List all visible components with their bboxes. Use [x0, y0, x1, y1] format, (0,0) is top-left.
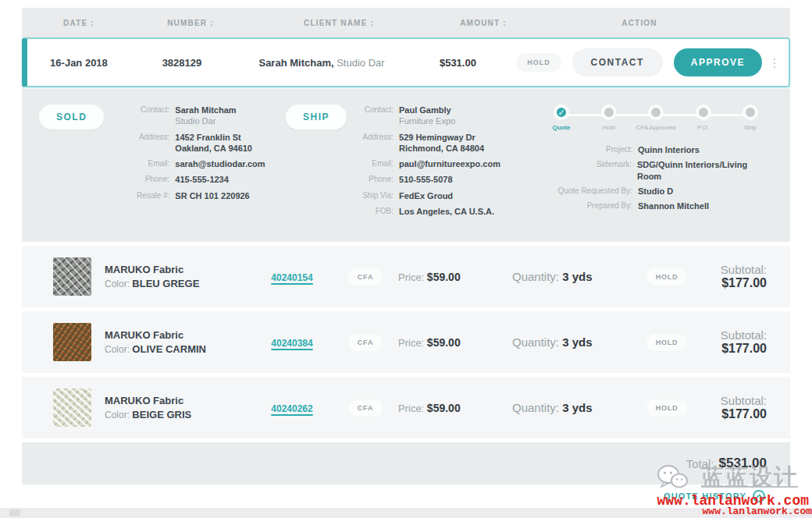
item-subtotal: Subtotal: $177.00: [700, 328, 790, 356]
sold-phone: 415-555-1234: [175, 174, 229, 185]
sold-contact-label: Contact:: [115, 105, 169, 127]
item-price: Price: $59.00: [398, 402, 512, 414]
item-color: Color: OLIVE CARMIN: [105, 343, 251, 355]
sold-email: sarah@studiodar.com: [175, 158, 265, 169]
item-title: MARUKO Fabric: [105, 329, 251, 341]
project-name: Quinn Interiors: [638, 144, 700, 155]
ship-via: FedEx Groud: [399, 190, 453, 201]
ship-address-line1: 529 Hemingway Dr: [399, 132, 484, 143]
requested-by-label: Quote Requested By:: [532, 186, 632, 197]
ship-contact-company: Furniture Expo: [399, 115, 455, 126]
ship-address-label: Address:: [358, 132, 394, 154]
line-item-row: MARUKO Fabric Color: BEIGE GRIS 40240262…: [22, 377, 790, 438]
cfa-badge: CFA: [348, 399, 383, 417]
ship-email-label: Email:: [358, 158, 394, 169]
step-dot-icon: [648, 105, 664, 120]
step-quote: ✓ Quote: [539, 105, 584, 132]
item-title: MARUKO Fabric: [105, 395, 251, 406]
item-price: Price: $59.00: [398, 271, 512, 283]
item-price: Price: $59.00: [398, 336, 512, 349]
step-check-icon: ✓: [554, 105, 569, 120]
sold-contact-company: Studio Dar: [175, 115, 236, 126]
ship-via-label: Ship Via:: [358, 190, 394, 201]
column-amount[interactable]: AMOUNT :: [433, 19, 534, 27]
step-dot-icon: [696, 105, 711, 120]
line-item-row: MARUKO Fabric Color: BLEU GREGE 40240154…: [22, 246, 790, 307]
client-company: Studio Dar: [337, 57, 384, 69]
quote-row[interactable]: 16-Jan 2018 3828129 Sarah Mitcham, Studi…: [22, 37, 790, 87]
sold-resale-number: SR CH 101 220926: [175, 190, 249, 201]
prepared-by-value: Shannon Mitchell: [638, 200, 709, 211]
sold-section: SOLD Contact: Sarah Mitcham Studio Dar A…: [39, 105, 286, 228]
sidemark-value: SDG/Quinn Interiors/Living Room: [637, 159, 773, 182]
sold-resale-label: Resale #:: [115, 190, 169, 201]
line-item-row: MARUKO Fabric Color: OLIVE CARMIN 402403…: [22, 311, 790, 373]
sold-address-line2: Oakland, CA 94610: [175, 143, 252, 154]
status-section: ✓ Quote Hold CFA Approved P.O.: [532, 105, 773, 228]
item-hold-button[interactable]: HOLD: [646, 334, 688, 351]
sold-email-label: Email:: [115, 158, 169, 169]
item-title: MARUKO Fabric: [105, 264, 251, 275]
sold-badge: SOLD: [39, 105, 104, 130]
quote-date: 16-Jan 2018: [27, 57, 130, 69]
approve-button[interactable]: APPROVE: [674, 48, 762, 76]
prepared-by-label: Prepared By:: [532, 200, 632, 211]
sold-contact-name: Sarah Mitcham: [175, 105, 236, 115]
step-hold: Hold: [586, 105, 632, 132]
ship-address-line2: Richmond, CA 84804: [399, 143, 484, 154]
footer: QUOTE HISTORY: [22, 484, 790, 508]
item-quantity: Quantity: 3 yds: [512, 401, 634, 414]
item-hold-button[interactable]: HOLD: [646, 268, 688, 286]
sidemark-label: Sidemark:: [532, 159, 632, 182]
client-name: Sarah Mitcham,: [258, 57, 333, 69]
column-client-name[interactable]: CLIENT NAME :: [245, 19, 433, 27]
ship-phone-label: Phone:: [358, 174, 394, 185]
quote-detail-panel: SOLD Contact: Sarah Mitcham Studio Dar A…: [22, 89, 790, 242]
item-color: Color: BLEU GREGE: [105, 278, 251, 289]
total-label: Total:: [686, 457, 714, 470]
bottom-edge-chip: [9, 509, 20, 516]
hold-button[interactable]: HOLD: [516, 53, 561, 72]
ship-section: SHIP Contact: Paul Gambly Furniture Expo…: [286, 105, 532, 228]
quote-history-button[interactable]: QUOTE HISTORY: [664, 490, 765, 502]
item-subtotal: Subtotal: $177.00: [700, 263, 790, 290]
cfa-badge: CFA: [348, 334, 383, 351]
quote-management-page: DATE : NUMBER : CLIENT NAME : AMOUNT : A…: [0, 0, 812, 518]
column-date[interactable]: DATE :: [22, 19, 136, 27]
chevron-up-circle-icon[interactable]: [753, 490, 765, 502]
step-po: P.O.: [681, 105, 726, 132]
ship-contact-name: Paul Gambly: [399, 105, 455, 115]
more-options-icon[interactable]: ⋮: [767, 61, 782, 65]
project-info: Project: Quinn Interiors Sidemark: SDG/Q…: [532, 144, 773, 215]
ship-phone: 510-555-5078: [399, 174, 453, 185]
sold-address-label: Address:: [115, 132, 169, 154]
ship-email: paul@furnitureexpo.com: [399, 158, 500, 169]
column-number[interactable]: NUMBER :: [136, 19, 245, 27]
fabric-swatch-image[interactable]: [53, 323, 91, 361]
item-hold-button[interactable]: HOLD: [646, 399, 688, 417]
item-quantity: Quantity: 3 yds: [512, 335, 634, 349]
column-action: ACTION: [534, 19, 745, 27]
table-column-header: DATE : NUMBER : CLIENT NAME : AMOUNT : A…: [22, 8, 790, 37]
item-quantity: Quantity: 3 yds: [512, 270, 634, 283]
item-subtotal: Subtotal: $177.00: [700, 394, 790, 421]
cfa-badge: CFA: [348, 268, 383, 286]
project-label: Project:: [532, 144, 632, 155]
item-number-link[interactable]: 40240384: [271, 338, 312, 349]
total-row: Total: $531.00: [22, 442, 790, 484]
item-number-link[interactable]: 40240154: [271, 272, 312, 283]
sold-phone-label: Phone:: [115, 174, 169, 185]
fabric-swatch-image[interactable]: [53, 388, 91, 427]
ship-contact-label: Contact:: [358, 105, 394, 127]
step-dot-icon: [601, 105, 617, 120]
step-dot-icon: [743, 105, 758, 120]
ship-fob-label: FOB:: [358, 206, 394, 217]
requested-by-value: Studio D: [638, 186, 673, 197]
step-ship: Ship: [728, 105, 773, 132]
quote-number: 3828129: [130, 57, 233, 69]
fabric-swatch-image[interactable]: [53, 257, 91, 296]
item-number-link[interactable]: 40240262: [271, 403, 312, 414]
ship-badge: SHIP: [286, 105, 347, 130]
contact-button[interactable]: CONTACT: [572, 48, 663, 76]
ship-fob: Los Angeles, CA U.S.A.: [399, 206, 494, 217]
